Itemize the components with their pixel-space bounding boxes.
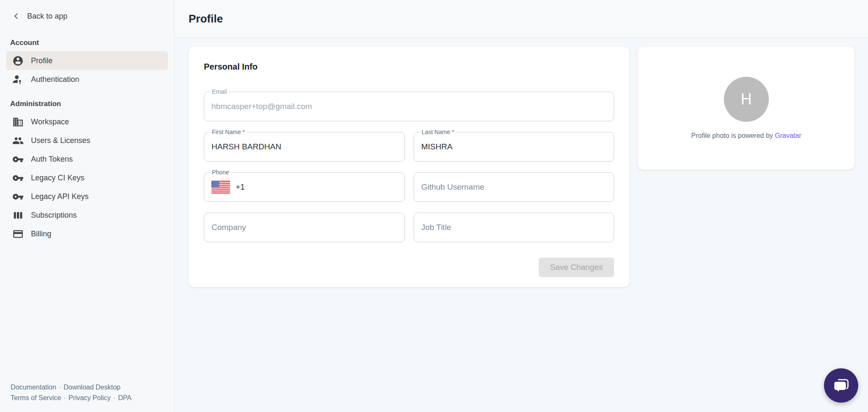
save-changes-button[interactable]: Save Changes	[539, 258, 615, 277]
sidebar-item-label: Subscriptions	[31, 211, 77, 220]
job-title-input[interactable]	[421, 223, 607, 232]
footer-separator: ·	[111, 394, 118, 401]
sidebar-item-profile[interactable]: Profile	[6, 51, 168, 70]
us-flag-icon[interactable]	[211, 181, 230, 193]
first-name-field-label: First Name *	[210, 129, 247, 136]
person-key-icon	[12, 74, 24, 85]
last-name-field-label: Last Name *	[420, 129, 456, 136]
company-field[interactable]	[204, 213, 405, 242]
bars-icon	[12, 210, 24, 221]
profile-photo-card: H Profile photo is powered by Gravatar	[638, 47, 854, 170]
page-header: Profile	[175, 0, 868, 38]
back-to-app-button[interactable]: Back to app	[0, 0, 174, 22]
people-icon	[12, 135, 24, 146]
chat-widget-button[interactable]	[824, 368, 858, 403]
sidebar-item-legacy-ci-keys[interactable]: Legacy CI Keys	[6, 168, 168, 187]
gravatar-link[interactable]: Gravatar	[775, 132, 801, 139]
phone-field-label: Phone	[210, 169, 231, 176]
sidebar-item-label: Auth Tokens	[31, 155, 73, 164]
company-input[interactable]	[211, 223, 397, 232]
key-icon	[12, 191, 24, 202]
credit-card-icon	[12, 228, 24, 240]
email-field[interactable]: Email	[204, 92, 614, 121]
sidebar-item-users-licenses[interactable]: Users & Licenses	[6, 131, 168, 150]
phone-field[interactable]: Phone	[204, 172, 405, 202]
sidebar-item-billing[interactable]: Billing	[6, 224, 168, 243]
photo-caption-text: Profile photo is powered by	[691, 132, 773, 139]
github-username-input[interactable]	[421, 182, 607, 192]
sidebar-item-label: Billing	[31, 230, 51, 238]
sidebar-item-authentication[interactable]: Authentication	[6, 70, 168, 89]
personal-info-form: Email First Name * Last Name * Phone	[204, 92, 614, 242]
job-title-field[interactable]	[414, 213, 615, 242]
section-title-administration: Administration	[10, 100, 164, 108]
sidebar-item-label: Profile	[31, 56, 53, 65]
dpa-link[interactable]: DPA	[118, 394, 131, 401]
sidebar: Back to app Account Profile Authenticati…	[0, 0, 175, 412]
page-title: Profile	[189, 12, 223, 25]
avatar: H	[724, 77, 769, 122]
footer-row-2: Terms of Service·Privacy Policy·DPA	[11, 392, 164, 404]
key-icon	[12, 154, 24, 165]
save-row: Save Changes	[204, 258, 614, 277]
sidebar-item-label: Legacy API Keys	[31, 192, 89, 201]
last-name-field[interactable]: Last Name *	[414, 132, 615, 162]
privacy-policy-link[interactable]: Privacy Policy	[68, 394, 111, 401]
photo-caption: Profile photo is powered by Gravatar	[691, 132, 801, 140]
email-field-label: Email	[210, 88, 229, 95]
sidebar-item-workspace[interactable]: Workspace	[6, 112, 168, 131]
sidebar-item-label: Legacy CI Keys	[31, 174, 84, 182]
account-circle-icon	[12, 55, 24, 67]
main-area: Profile Personal Info Email First Name *…	[175, 0, 868, 412]
sidebar-item-legacy-api-keys[interactable]: Legacy API Keys	[6, 187, 168, 206]
personal-info-card: Personal Info Email First Name * Last Na…	[189, 47, 629, 287]
documentation-link[interactable]: Documentation	[11, 384, 56, 391]
last-name-input[interactable]	[421, 142, 607, 151]
back-to-app-label: Back to app	[27, 12, 67, 21]
terms-of-service-link[interactable]: Terms of Service	[11, 394, 61, 401]
key-icon	[12, 172, 24, 184]
first-name-input[interactable]	[211, 142, 397, 151]
footer-separator: ·	[56, 384, 64, 391]
footer-row-1: Documentation·Download Desktop	[11, 382, 164, 393]
personal-info-title: Personal Info	[204, 62, 614, 72]
phone-input[interactable]	[236, 182, 397, 192]
sidebar-item-auth-tokens[interactable]: Auth Tokens	[6, 150, 168, 168]
building-icon	[12, 116, 24, 128]
footer-separator: ·	[61, 394, 68, 401]
sidebar-footer: Documentation·Download Desktop Terms of …	[0, 382, 174, 412]
github-username-field[interactable]	[414, 172, 615, 202]
sidebar-item-label: Workspace	[31, 118, 69, 126]
content-area: Personal Info Email First Name * Last Na…	[175, 38, 868, 412]
chevron-left-icon	[11, 11, 22, 22]
sidebar-item-subscriptions[interactable]: Subscriptions	[6, 206, 168, 224]
download-desktop-link[interactable]: Download Desktop	[64, 384, 120, 391]
app: { "sidebar": { "back_label": "Back to ap…	[0, 0, 868, 412]
chat-bubbles-icon	[832, 376, 851, 395]
sidebar-item-label: Authentication	[31, 75, 79, 84]
sidebar-item-label: Users & Licenses	[31, 136, 90, 145]
first-name-field[interactable]: First Name *	[204, 132, 405, 162]
section-title-account: Account	[10, 39, 164, 47]
email-input[interactable]	[211, 102, 606, 111]
